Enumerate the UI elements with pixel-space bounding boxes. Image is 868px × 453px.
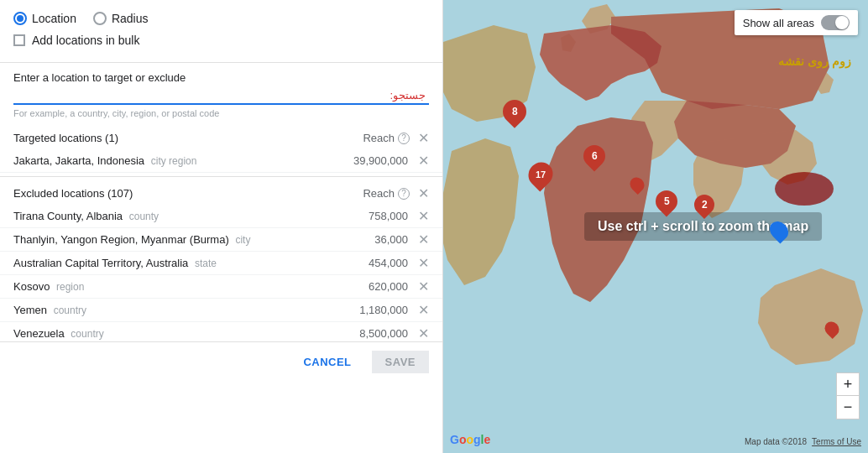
excluded-item-1: Thanlyin, Yangon Region, Myanmar (Burma)… [0, 228, 442, 252]
google-logo: Google [450, 433, 490, 446]
exc-2-name: Australian Capital Territory, Australia [13, 257, 188, 269]
marker-australia [825, 321, 839, 336]
cancel-button[interactable]: CANCEL [293, 351, 361, 373]
exc-3-reach: 620,000 [369, 280, 408, 293]
map-panel: Show all areas زوم روی نقشه Use ctrl + s… [443, 0, 868, 453]
radio-radius[interactable]: Radius [93, 12, 149, 25]
show-areas-switch[interactable] [821, 15, 850, 30]
locations-list[interactable]: Targeted locations (1) Reach ? ✕ Jakarta… [0, 123, 442, 341]
zoom-out-button[interactable]: − [836, 396, 860, 419]
marker-8-label: 8 [511, 106, 517, 117]
excluded-header: Excluded locations (107) Reach ? ✕ [0, 180, 442, 205]
marker-8: 8 [503, 100, 526, 127]
svg-point-1 [775, 172, 834, 206]
excluded-item-5: Venezuela country 8,500,000 ✕ [0, 322, 442, 341]
search-hint: For example, a country, city, region, or… [13, 108, 429, 118]
exc-1-reach: 36,000 [374, 233, 408, 246]
top-section: Location Radius Add locations in bulk [0, 0, 442, 63]
zoom-in-button[interactable]: + [836, 372, 860, 396]
zoom-controls: + − [836, 372, 860, 419]
map-footer: Map data ©2018 Terms of Use [745, 437, 861, 446]
exc-5-reach: 8,500,000 [359, 327, 408, 340]
exc-0-reach: 758,000 [369, 210, 408, 222]
targeted-item-0-type: city region [151, 155, 197, 167]
radio-row: Location Radius [13, 12, 429, 25]
marker-5-label: 5 [664, 195, 670, 207]
search-label: Enter a location to target or exclude [13, 71, 429, 84]
show-areas-toggle: Show all areas [735, 10, 858, 35]
exc-0-name: Tirana County, Albania [13, 210, 123, 222]
exc-3-name: Kosovo [13, 280, 50, 293]
search-section: Enter a location to target or exclude Fo… [0, 63, 442, 123]
targeted-item-0-right: 39,900,000 ✕ [353, 153, 429, 169]
exc-4-type: country [54, 305, 86, 316]
exc-4-close[interactable]: ✕ [418, 302, 429, 318]
search-input-container [13, 87, 429, 105]
radio-location-circle [13, 12, 27, 25]
toggle-knob [835, 16, 849, 29]
excluded-close-icon[interactable]: ✕ [418, 185, 429, 201]
exc-3-close[interactable]: ✕ [418, 279, 429, 294]
targeted-item-0: Jakarta, Jakarta, Indonesia city region … [0, 149, 442, 173]
radio-location[interactable]: Location [13, 12, 76, 25]
search-input[interactable] [13, 87, 429, 105]
exc-4-name: Yemen [13, 304, 47, 316]
divider [0, 176, 442, 177]
excluded-item-0: Tirana County, Albania county 758,000 ✕ [0, 205, 442, 228]
bulk-checkbox[interactable] [13, 34, 25, 46]
exc-1-close[interactable]: ✕ [418, 232, 429, 247]
left-panel: Location Radius Add locations in bulk En… [0, 0, 443, 453]
exc-5-name: Venezuela [13, 327, 65, 340]
map-data-text: Map data ©2018 [745, 437, 807, 446]
targeted-title: Targeted locations (1) [13, 132, 118, 144]
exc-1-name: Thanlyin, Yangon Region, Myanmar (Burma) [13, 233, 229, 246]
marker-2-label: 2 [701, 199, 707, 211]
exc-2-reach: 454,000 [369, 257, 408, 269]
exc-0-close[interactable]: ✕ [418, 208, 429, 224]
targeted-close-icon[interactable]: ✕ [418, 130, 429, 146]
excluded-item-4: Yemen country 1,180,000 ✕ [0, 299, 442, 322]
excluded-title: Excluded locations (107) [13, 187, 133, 200]
terms-text[interactable]: Terms of Use [812, 437, 861, 446]
exc-3-type: region [56, 281, 84, 293]
targeted-item-0-close[interactable]: ✕ [418, 153, 429, 169]
exc-4-reach: 1,180,000 [359, 304, 408, 316]
bulk-label: Add locations in bulk [32, 34, 139, 47]
marker-17: 17 [528, 163, 553, 190]
excluded-reach-label: Reach [363, 187, 395, 200]
marker-5: 5 [656, 190, 677, 212]
marker-2: 2 [694, 195, 714, 215]
targeted-header: Targeted locations (1) Reach ? ✕ [0, 123, 442, 149]
zoom-hint-text: زوم روی نقشه [778, 55, 851, 68]
marker-6: 6 [583, 145, 605, 167]
marker-east-africa [630, 177, 644, 192]
radio-location-label: Location [32, 12, 76, 25]
excluded-item-3: Kosovo region 620,000 ✕ [0, 275, 442, 299]
show-areas-label: Show all areas [743, 17, 814, 29]
targeted-reach-info[interactable]: ? [398, 133, 410, 144]
footer-buttons: CANCEL SAVE [0, 341, 442, 382]
exc-5-type: country [71, 328, 103, 340]
save-button[interactable]: SAVE [372, 351, 429, 373]
targeted-item-0-reach: 39,900,000 [353, 154, 408, 167]
targeted-reach-label: Reach [363, 132, 395, 144]
marker-17-label: 17 [536, 169, 546, 180]
exc-0-type: county [129, 211, 159, 222]
excluded-item-2: Australian Capital Territory, Australia … [0, 252, 442, 275]
exc-1-type: city [235, 234, 250, 246]
excluded-reach-info[interactable]: ? [398, 188, 410, 200]
exc-2-type: state [195, 258, 217, 269]
radio-radius-label: Radius [112, 12, 149, 25]
targeted-item-0-name: Jakarta, Jakarta, Indonesia [13, 154, 144, 167]
exc-5-close[interactable]: ✕ [418, 325, 429, 341]
marker-6-label: 6 [592, 150, 598, 162]
radio-radius-circle [93, 12, 107, 25]
checkbox-row: Add locations in bulk [13, 34, 429, 47]
exc-2-close[interactable]: ✕ [418, 255, 429, 271]
